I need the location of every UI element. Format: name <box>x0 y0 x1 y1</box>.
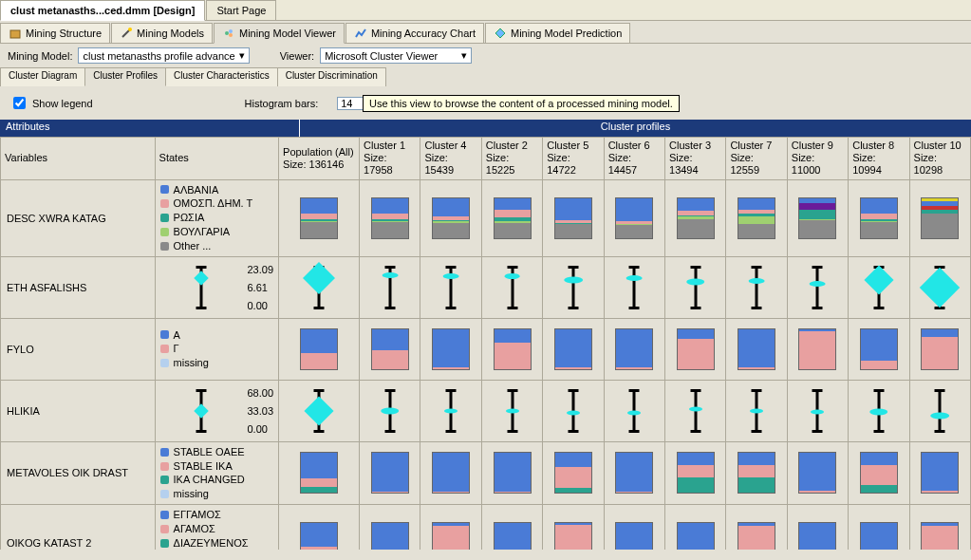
profile-cell[interactable] <box>481 256 542 318</box>
profile-cell[interactable] <box>360 179 420 256</box>
profile-cell[interactable] <box>543 441 604 504</box>
variable-name[interactable]: FYLO <box>1 318 156 380</box>
tab-start-page[interactable]: Start Page <box>206 0 276 20</box>
profile-cell[interactable] <box>279 318 360 380</box>
col-cluster-3[interactable]: Cluster 3Size: 13494 <box>665 138 726 180</box>
show-legend-input[interactable] <box>13 97 26 109</box>
variable-name[interactable]: ETH ASFALISHS <box>1 256 156 318</box>
profile-cell[interactable] <box>726 179 787 256</box>
profile-cell[interactable] <box>849 505 909 550</box>
profile-cell[interactable] <box>787 179 848 256</box>
profile-cell[interactable] <box>909 179 970 256</box>
profile-cell[interactable] <box>360 256 420 318</box>
variable-name[interactable]: DESC XWRA KATAG <box>1 179 156 256</box>
profile-cell[interactable] <box>543 179 604 256</box>
profile-cell[interactable] <box>543 256 604 318</box>
profile-cell[interactable] <box>909 380 970 441</box>
profile-cell[interactable] <box>481 380 542 441</box>
profile-cell[interactable] <box>543 380 604 441</box>
col-variables[interactable]: Variables <box>1 138 156 180</box>
col-cluster-6[interactable]: Cluster 6Size: 14457 <box>604 138 664 180</box>
profile-cell[interactable] <box>360 505 420 550</box>
profile-cell[interactable] <box>665 505 726 550</box>
profile-cell[interactable] <box>726 256 787 318</box>
profile-cell[interactable] <box>604 441 664 504</box>
profile-cell[interactable] <box>279 505 360 550</box>
mining-tab-mining-model-viewer[interactable]: Mining Model Viewer <box>214 23 345 44</box>
tab-design[interactable]: clust metanasths...ced.dmm [Design] <box>0 0 205 21</box>
profile-cell[interactable] <box>909 318 970 380</box>
col-cluster-2[interactable]: Cluster 2Size: 15225 <box>481 138 542 180</box>
profile-cell[interactable] <box>604 505 664 550</box>
profile-cell[interactable] <box>360 441 420 504</box>
mining-tab-mining-model-prediction[interactable]: Mining Model Prediction <box>485 23 630 43</box>
profile-cell[interactable] <box>849 441 909 504</box>
variable-name[interactable]: OIKOG KATAST 2 <box>1 505 156 550</box>
profile-cell[interactable] <box>279 179 360 256</box>
profile-cell[interactable] <box>665 318 726 380</box>
profile-cell[interactable] <box>604 318 664 380</box>
profile-cell[interactable] <box>279 256 360 318</box>
profile-cell[interactable] <box>787 505 848 550</box>
profile-cell[interactable] <box>604 179 664 256</box>
profile-cell[interactable] <box>543 505 604 550</box>
profile-cell[interactable] <box>849 318 909 380</box>
profile-cell[interactable] <box>420 179 481 256</box>
col-cluster-1[interactable]: Cluster 1Size: 17958 <box>360 138 420 180</box>
profile-cell[interactable] <box>420 380 481 441</box>
col-population[interactable]: Population (All) Size: 136146 <box>279 138 360 180</box>
mining-model-combo[interactable]: clust metanasths profile advance ▾ <box>78 47 249 64</box>
profile-cell[interactable] <box>420 505 481 550</box>
profile-cell[interactable] <box>481 179 542 256</box>
variable-name[interactable]: HLIKIA <box>1 380 156 441</box>
subtab-cluster-discrimination[interactable]: Cluster Discrimination <box>277 67 386 86</box>
profile-cell[interactable] <box>481 505 542 550</box>
profile-cell[interactable] <box>787 441 848 504</box>
col-cluster-7[interactable]: Cluster 7Size: 12559 <box>726 138 787 180</box>
profile-cell[interactable] <box>420 256 481 318</box>
subtab-cluster-diagram[interactable]: Cluster Diagram <box>0 67 85 86</box>
profile-cell[interactable] <box>909 505 970 550</box>
subtab-cluster-profiles[interactable]: Cluster Profiles <box>84 67 166 86</box>
viewer-combo[interactable]: Microsoft Cluster Viewer ▾ <box>320 47 472 64</box>
profile-cell[interactable] <box>665 380 726 441</box>
variable-name[interactable]: METAVOLES OIK DRAST <box>1 441 156 504</box>
col-cluster-8[interactable]: Cluster 8Size: 10994 <box>849 138 909 180</box>
profile-cell[interactable] <box>360 318 420 380</box>
profiles-grid-scroll[interactable]: Variables States Population (All) Size: … <box>0 137 971 550</box>
col-cluster-10[interactable]: Cluster 10Size: 10298 <box>909 138 970 180</box>
profile-cell[interactable] <box>726 441 787 504</box>
profile-cell[interactable] <box>849 256 909 318</box>
profile-cell[interactable] <box>481 318 542 380</box>
profile-cell[interactable] <box>360 380 420 441</box>
profile-cell[interactable] <box>665 256 726 318</box>
show-legend-checkbox[interactable]: Show legend <box>9 94 93 112</box>
profile-cell[interactable] <box>665 179 726 256</box>
profile-cell[interactable] <box>604 380 664 441</box>
profile-cell[interactable] <box>726 505 787 550</box>
mining-tab-mining-structure[interactable]: Mining Structure <box>0 23 110 43</box>
profile-cell[interactable] <box>849 179 909 256</box>
profile-cell[interactable] <box>787 318 848 380</box>
col-cluster-9[interactable]: Cluster 9Size: 11000 <box>787 138 848 180</box>
profile-cell[interactable] <box>909 441 970 504</box>
col-states[interactable]: States <box>155 138 278 180</box>
profile-cell[interactable] <box>420 318 481 380</box>
col-cluster-4[interactable]: Cluster 4Size: 15439 <box>420 138 481 180</box>
profile-cell[interactable] <box>726 380 787 441</box>
profile-cell[interactable] <box>604 256 664 318</box>
mining-tab-mining-accuracy-chart[interactable]: Mining Accuracy Chart <box>345 23 484 43</box>
col-cluster-5[interactable]: Cluster 5Size: 14722 <box>543 138 604 180</box>
profile-cell[interactable] <box>481 441 542 504</box>
profile-cell[interactable] <box>849 380 909 441</box>
profile-cell[interactable] <box>909 256 970 318</box>
profile-cell[interactable] <box>787 256 848 318</box>
profile-cell[interactable] <box>726 318 787 380</box>
profile-cell[interactable] <box>787 380 848 441</box>
mining-tab-mining-models[interactable]: Mining Models <box>111 23 213 43</box>
profile-cell[interactable] <box>279 380 360 441</box>
subtab-cluster-characteristics[interactable]: Cluster Characteristics <box>165 67 278 86</box>
profile-cell[interactable] <box>420 441 481 504</box>
profile-cell[interactable] <box>665 441 726 504</box>
profile-cell[interactable] <box>279 441 360 504</box>
